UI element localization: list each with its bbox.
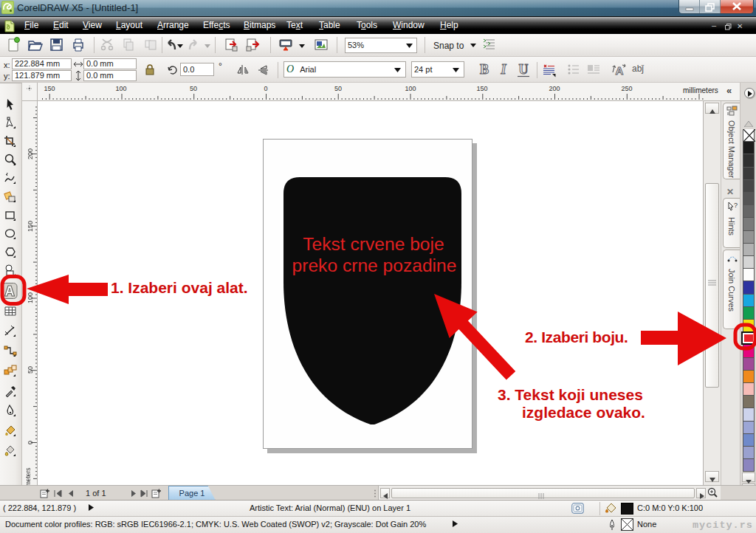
svg-text:?: ? [734, 202, 738, 209]
svg-text:B: B [480, 62, 489, 77]
svg-text:I: I [500, 62, 506, 77]
svg-text:U: U [519, 62, 529, 77]
svg-text:A: A [616, 64, 624, 77]
svg-text:Tekst crvene boje: Tekst crvene boje [303, 234, 444, 254]
